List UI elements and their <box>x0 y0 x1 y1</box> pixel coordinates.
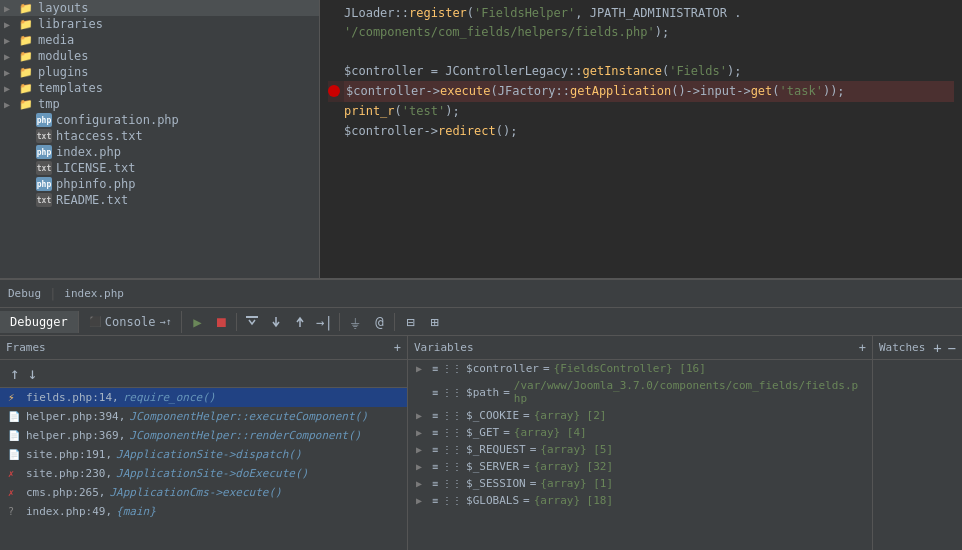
tree-label: plugins <box>38 65 89 79</box>
var-equals: = <box>523 460 530 473</box>
tree-item-readme[interactable]: txt README.txt <box>0 192 319 208</box>
resume-button[interactable]: ▶ <box>186 311 208 333</box>
watches-label: Watches <box>879 341 925 354</box>
folder-icon: 📁 <box>18 97 34 111</box>
watch-add-button[interactable]: + <box>933 340 941 356</box>
tree-item-configuration-php[interactable]: php configuration.php <box>0 112 319 128</box>
no-breakpoint <box>328 105 342 119</box>
frame-method: JApplicationSite->doExecute() <box>116 467 308 480</box>
frames-panel: Frames + ↑ ↓ ⚡ fields.php:14, require_on… <box>0 336 408 550</box>
evaluate-button[interactable]: ⏚ <box>344 311 366 333</box>
expand-arrow-icon: ▶ <box>416 444 428 455</box>
frames-up-icon[interactable]: ↑ <box>6 362 24 385</box>
var-value: {FieldsController} [16] <box>554 362 706 375</box>
tree-item-templates[interactable]: ▶ 📁 templates <box>0 80 319 96</box>
debug-toolbar-buttons: ▶ ⏹ <box>182 311 962 333</box>
frame-icon: 📄 <box>8 430 22 441</box>
frame-method: {main} <box>116 505 156 518</box>
code-content: print_r('test'); <box>344 102 460 121</box>
stop-button[interactable]: ⏹ <box>210 311 232 333</box>
console-icon: ⬛ <box>89 316 101 327</box>
tree-label: layouts <box>38 1 89 15</box>
settings-button[interactable]: ⊟ <box>399 311 421 333</box>
frame-file: site.php:191, <box>26 448 112 461</box>
var-item-controller[interactable]: ▶ ≡ ⋮⋮ $controller = {FieldsController} … <box>408 360 872 377</box>
var-item-request[interactable]: ▶ ≡ ⋮⋮ $_REQUEST = {array} [5] <box>408 441 872 458</box>
tree-item-tmp[interactable]: ▶ 📁 tmp <box>0 96 319 112</box>
no-breakpoint <box>328 64 342 78</box>
tree-item-index-php[interactable]: php index.php <box>0 144 319 160</box>
var-item-globals[interactable]: ▶ ≡ ⋮⋮ $GLOBALS = {array} [18] <box>408 492 872 509</box>
frame-item-2[interactable]: 📄 helper.php:369, JComponentHelper::rend… <box>0 426 407 445</box>
at-button[interactable]: @ <box>368 311 390 333</box>
var-item-server[interactable]: ▶ ≡ ⋮⋮ $_SERVER = {array} [32] <box>408 458 872 475</box>
tree-label: index.php <box>56 145 121 159</box>
tab-debugger[interactable]: Debugger <box>0 311 79 333</box>
debug-tab-bar: Debug | index.php <box>0 280 962 308</box>
arrow-icon: ▶ <box>4 19 18 30</box>
frame-item-6[interactable]: ? index.php:49, {main} <box>0 502 407 521</box>
frames-down-icon[interactable]: ↓ <box>24 362 42 385</box>
frame-method: JApplicationSite->dispatch() <box>116 448 301 461</box>
folder-icon: 📁 <box>18 65 34 79</box>
frame-method: JComponentHelper::renderComponent() <box>129 429 361 442</box>
frame-icon: ⚡ <box>8 391 22 404</box>
frames-panel-header: Frames + <box>0 336 407 360</box>
var-icon: ≡ <box>432 461 438 472</box>
var-icon: ≡ <box>432 427 438 438</box>
frame-icon: 📄 <box>8 411 22 422</box>
var-item-path[interactable]: ≡ ⋮⋮ $path = /var/www/Joomla_3.7.0/compo… <box>408 377 872 407</box>
frame-icon: ✗ <box>8 468 22 479</box>
var-value: {array} [4] <box>514 426 587 439</box>
tree-item-modules[interactable]: ▶ 📁 modules <box>0 48 319 64</box>
var-item-cookie[interactable]: ▶ ≡ ⋮⋮ $_COOKIE = {array} [2] <box>408 407 872 424</box>
tree-item-libraries[interactable]: ▶ 📁 libraries <box>0 16 319 32</box>
frame-file: index.php:49, <box>26 505 112 518</box>
code-line-5: print_r('test'); <box>328 102 954 122</box>
debug-panel: Debug | index.php Debugger ⬛ Console →↑ … <box>0 278 962 550</box>
separator <box>339 313 340 331</box>
settings2-button[interactable]: ⊞ <box>423 311 445 333</box>
frame-item-4[interactable]: ✗ site.php:230, JApplicationSite->doExec… <box>0 464 407 483</box>
txt-file-icon: txt <box>36 129 52 143</box>
frames-nav-row: ↑ ↓ <box>0 360 407 388</box>
tree-item-layouts[interactable]: ▶ 📁 layouts <box>0 0 319 16</box>
debug-tab-label: Debug <box>0 283 49 304</box>
var-icon2: ⋮⋮ <box>442 461 462 472</box>
tree-item-phpinfo[interactable]: php phpinfo.php <box>0 176 319 192</box>
expand-arrow-icon: ▶ <box>416 478 428 489</box>
variables-expand-icon[interactable]: + <box>859 341 866 355</box>
debug-tab-indexphp[interactable]: index.php <box>56 283 132 304</box>
step-into-button[interactable] <box>265 311 287 333</box>
top-panel: ▶ 📁 layouts ▶ 📁 libraries ▶ 📁 media ▶ 📁 … <box>0 0 962 278</box>
frames-header-icons: + <box>394 341 401 355</box>
frame-method: require_once() <box>123 391 216 404</box>
tree-item-media[interactable]: ▶ 📁 media <box>0 32 319 48</box>
main-container: ▶ 📁 layouts ▶ 📁 libraries ▶ 📁 media ▶ 📁 … <box>0 0 962 550</box>
var-item-get[interactable]: ▶ ≡ ⋮⋮ $_GET = {array} [4] <box>408 424 872 441</box>
frames-expand-icon[interactable]: + <box>394 341 401 355</box>
tree-item-plugins[interactable]: ▶ 📁 plugins <box>0 64 319 80</box>
run-to-cursor-button[interactable]: →| <box>313 311 335 333</box>
code-content: $controller = JControllerLegacy::getInst… <box>344 62 741 81</box>
frame-method: JApplicationCms->execute() <box>109 486 281 499</box>
arrow-icon: ▶ <box>4 99 18 110</box>
tree-item-license[interactable]: txt LICENSE.txt <box>0 160 319 176</box>
var-value: {array} [32] <box>534 460 613 473</box>
tab-console[interactable]: ⬛ Console →↑ <box>79 311 183 333</box>
tree-item-htaccess[interactable]: txt htaccess.txt <box>0 128 319 144</box>
var-value: {array} [18] <box>534 494 613 507</box>
watch-remove-button[interactable]: − <box>948 340 956 356</box>
step-out-button[interactable] <box>289 311 311 333</box>
frame-method: JComponentHelper::executeComponent() <box>129 410 367 423</box>
frame-item-5[interactable]: ✗ cms.php:265, JApplicationCms->execute(… <box>0 483 407 502</box>
folder-icon: 📁 <box>18 81 34 95</box>
var-item-session[interactable]: ▶ ≡ ⋮⋮ $_SESSION = {array} [1] <box>408 475 872 492</box>
frame-item-0[interactable]: ⚡ fields.php:14, require_once() <box>0 388 407 407</box>
arrow-icon: ▶ <box>4 3 18 14</box>
expand-arrow-icon: ▶ <box>416 495 428 506</box>
frame-item-3[interactable]: 📄 site.php:191, JApplicationSite->dispat… <box>0 445 407 464</box>
frame-icon: 📄 <box>8 449 22 460</box>
step-over-button[interactable] <box>241 311 263 333</box>
frame-item-1[interactable]: 📄 helper.php:394, JComponentHelper::exec… <box>0 407 407 426</box>
